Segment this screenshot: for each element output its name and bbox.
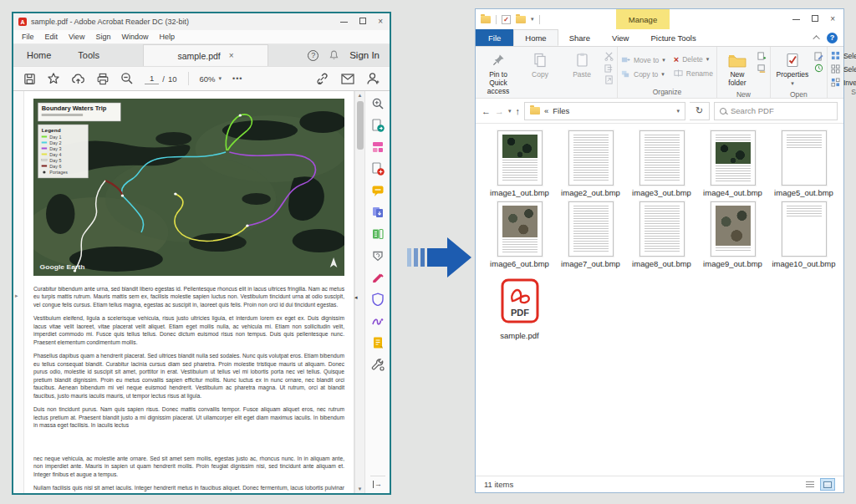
pin-to-quick-access-button[interactable]: Pin to Quick access (479, 49, 517, 97)
manage-contextual-tab[interactable]: Manage (616, 9, 670, 29)
folder-icon[interactable] (481, 16, 491, 23)
file-list[interactable]: image1_out.bmp image2_out.bmp image3_out… (476, 124, 843, 476)
file-item[interactable]: image7_out.bmp (555, 201, 626, 268)
email-icon[interactable] (341, 74, 354, 84)
fill-sign-icon[interactable] (371, 271, 385, 284)
move-to-button[interactable]: Move to ▾ (621, 55, 665, 64)
tools-pane-collapse-icon[interactable]: ◂ (354, 294, 358, 301)
more-tools-ellipsis[interactable]: ••• (232, 74, 242, 83)
folder-icon[interactable] (516, 16, 526, 23)
protect-shield-icon[interactable] (371, 293, 385, 306)
qat-customize-chevron-icon[interactable]: ▾ (531, 16, 534, 23)
document-viewport[interactable]: Boundary Waters Trip Legend Day 1 Day 2 … (24, 91, 364, 493)
organize-pages-icon[interactable] (371, 206, 385, 219)
nav-pane-expand-icon[interactable]: ▸ (15, 293, 18, 299)
vertical-scrollbar[interactable]: ▲ ▼ ◂ (354, 91, 364, 493)
menu-sign[interactable]: Sign (95, 33, 110, 41)
nav-pane-collapsed[interactable]: ▸ (13, 91, 24, 493)
zoom-out-icon[interactable] (120, 72, 134, 85)
help-icon[interactable]: ? (827, 33, 838, 43)
acrobat-stamp-icon[interactable] (371, 249, 385, 262)
scrollbar-thumb[interactable] (357, 101, 364, 150)
chevron-down-icon[interactable]: ▾ (676, 108, 680, 115)
comment-tool-icon[interactable] (371, 184, 385, 197)
maximize-button[interactable] (359, 18, 366, 26)
certificates-sign-icon[interactable] (371, 314, 385, 328)
menu-help[interactable]: Help (159, 33, 175, 41)
sign-in-button[interactable]: Sign In (349, 50, 380, 60)
address-input[interactable]: « Files ▾ (524, 102, 685, 120)
tab-home[interactable]: Home (13, 44, 64, 66)
copy-button[interactable]: Copy (521, 49, 559, 81)
history-icon[interactable] (814, 64, 823, 73)
share-link-icon[interactable] (315, 73, 329, 85)
select-none-button[interactable]: Select none (831, 64, 856, 74)
scan-ocr-icon[interactable] (371, 227, 385, 241)
close-button[interactable]: × (830, 15, 835, 23)
create-pdf-icon[interactable] (371, 140, 385, 154)
paste-shortcut-icon[interactable] (604, 75, 614, 84)
thumbnails-view-icon[interactable] (820, 478, 835, 491)
properties-button[interactable]: Properties ▾ (774, 49, 811, 89)
cut-icon[interactable] (604, 52, 614, 61)
file-item[interactable]: image1_out.bmp (484, 130, 555, 197)
tab-tools[interactable]: Tools (64, 44, 113, 66)
close-button[interactable]: × (378, 18, 383, 26)
tab-view[interactable]: View (601, 29, 639, 46)
file-item[interactable]: image9_out.bmp (697, 201, 768, 268)
minimize-button[interactable] (792, 15, 800, 23)
invert-selection-button[interactable]: Invert selection (831, 78, 856, 87)
scroll-down-icon[interactable]: ▼ (358, 485, 363, 493)
tab-file[interactable]: File (476, 29, 513, 46)
details-view-icon[interactable] (802, 478, 818, 491)
recent-locations-chevron-icon[interactable]: ▾ (508, 108, 512, 115)
star-favorites-icon[interactable] (47, 72, 60, 85)
menu-view[interactable]: View (69, 33, 84, 41)
rename-button[interactable]: Rename (674, 69, 713, 78)
search-tool-icon[interactable] (371, 97, 385, 110)
paste-button[interactable]: Paste (563, 49, 601, 81)
search-input[interactable] (731, 106, 832, 115)
account-person-icon[interactable] (366, 72, 380, 85)
explorer-titlebar[interactable]: ✓ ▾ Manage × (476, 9, 843, 29)
menu-edit[interactable]: Edit (45, 33, 59, 41)
refresh-icon[interactable]: ↻ (690, 102, 710, 120)
tab-share[interactable]: Share (558, 29, 601, 46)
new-item-icon[interactable] (757, 52, 767, 61)
properties-check-icon[interactable]: ✓ (502, 15, 511, 24)
address-chevrons[interactable]: « (544, 106, 548, 115)
tab-home[interactable]: Home (513, 29, 558, 46)
menu-window[interactable]: Window (121, 33, 148, 41)
select-all-button[interactable]: Select all (831, 51, 856, 60)
notifications-bell-icon[interactable] (329, 49, 339, 61)
up-icon[interactable]: ↑ (516, 106, 521, 116)
edit-icon[interactable] (814, 52, 823, 61)
scroll-up-icon[interactable]: ▲ (358, 91, 363, 99)
document-tab-close-icon[interactable]: × (229, 51, 234, 60)
save-icon[interactable] (23, 73, 36, 85)
back-icon[interactable]: ← (482, 106, 491, 116)
file-item[interactable]: image6_out.bmp (484, 201, 555, 268)
tab-picture-tools[interactable]: Picture Tools (639, 29, 706, 46)
tab-document[interactable]: sample.pdf × (143, 44, 268, 66)
search-field[interactable] (714, 102, 838, 120)
file-item[interactable]: image3_out.bmp (626, 130, 697, 197)
expand-tools-pane-icon[interactable]: → (373, 481, 382, 488)
acrobat-titlebar[interactable]: A sample.pdf - Adobe Acrobat Reader DC (… (13, 13, 390, 30)
easy-access-icon[interactable] (757, 64, 767, 73)
request-signatures-icon[interactable] (371, 336, 385, 349)
address-path[interactable]: Files (553, 106, 569, 115)
copy-to-button[interactable]: Copy to ▾ (621, 69, 665, 79)
collapse-ribbon-icon[interactable] (813, 35, 819, 42)
file-item[interactable]: image10_out.bmp (768, 201, 839, 268)
maximize-button[interactable] (812, 15, 818, 23)
page-number-field[interactable]: 1 (145, 74, 159, 84)
print-icon[interactable] (96, 73, 110, 85)
minimize-button[interactable] (340, 18, 348, 26)
menu-file[interactable]: File (22, 33, 34, 41)
zoom-level-dropdown[interactable]: 60% ▾ (200, 74, 222, 84)
combine-files-icon[interactable] (371, 162, 385, 176)
file-item[interactable]: image2_out.bmp (555, 130, 626, 197)
file-item[interactable]: image8_out.bmp (626, 201, 697, 268)
copy-path-icon[interactable] (604, 64, 614, 73)
